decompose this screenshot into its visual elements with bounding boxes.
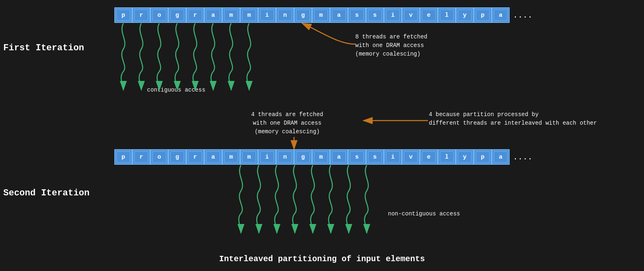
cell-1-r: r [132, 7, 150, 23]
cell-2-r: r [132, 149, 150, 165]
cell-1-l: l [438, 7, 456, 23]
cell-1-s2: s [366, 7, 384, 23]
cell-2-o: o [150, 149, 168, 165]
cell-2-m1: m [222, 149, 240, 165]
cell-2-e: e [420, 149, 438, 165]
cell-2-g: g [168, 149, 186, 165]
cell-2-l: l [438, 149, 456, 165]
cell-2-a: a [204, 149, 222, 165]
cell-1-s1: s [348, 7, 366, 23]
cell-2-a3: a [492, 149, 510, 165]
cell-1-e: e [420, 7, 438, 23]
cell-2-n: n [276, 149, 294, 165]
cell-1-p2: p [474, 7, 492, 23]
cell-1-o: o [150, 7, 168, 23]
cell-1-g: g [168, 7, 186, 23]
dots-1: .... [513, 11, 533, 20]
noncontiguous-label: non-contiguous access [388, 210, 460, 218]
cell-2-v: v [402, 149, 420, 165]
annotation-8threads: 8 threads are fetchedwith one DRAM acces… [355, 33, 427, 58]
cell-1-a2: a [330, 7, 348, 23]
dots-2: .... [513, 152, 533, 162]
cell-1-p: p [114, 7, 132, 23]
cell-1-n: n [276, 7, 294, 23]
cell-2-g2: g [294, 149, 312, 165]
cell-1-a: a [204, 7, 222, 23]
memory-bar-2: p r o g r a m m i n g m a s s i v e l y … [114, 149, 533, 165]
cell-2-i: i [258, 149, 276, 165]
first-iteration-label: First Iteration [3, 43, 84, 53]
bottom-label: Interleaved partitioning of input elemen… [219, 254, 425, 264]
cell-2-s2: s [366, 149, 384, 165]
cell-1-a3: a [492, 7, 510, 23]
cell-2-a2: a [330, 149, 348, 165]
cell-2-p: p [114, 149, 132, 165]
cell-2-p2: p [474, 149, 492, 165]
cell-1-m3: m [312, 7, 330, 23]
contiguous-access-label: contiguous access [147, 86, 205, 94]
cell-2-m2: m [240, 149, 258, 165]
annotation-4threads: 4 threads are fetchedwith one DRAM acces… [251, 110, 323, 136]
cell-2-i2: i [384, 149, 402, 165]
memory-bar-1: p r o g r a m m i n g m a s s i v e l y … [114, 7, 533, 23]
second-iteration-label: Second Iteration [3, 188, 89, 198]
cell-1-y: y [456, 7, 474, 23]
cell-2-y: y [456, 149, 474, 165]
cell-2-r2: r [186, 149, 204, 165]
cell-1-m2: m [240, 7, 258, 23]
cell-1-r2: r [186, 7, 204, 23]
cell-1-g2: g [294, 7, 312, 23]
cell-1-v: v [402, 7, 420, 23]
cell-1-i2: i [384, 7, 402, 23]
cell-1-m1: m [222, 7, 240, 23]
annotation-4because: 4 because partition processed bydifferen… [429, 110, 597, 128]
cell-2-m3: m [312, 149, 330, 165]
main-container: p r o g r a m m i n g m a s s i v e l y … [0, 0, 644, 271]
cell-1-i: i [258, 7, 276, 23]
cell-2-s1: s [348, 149, 366, 165]
